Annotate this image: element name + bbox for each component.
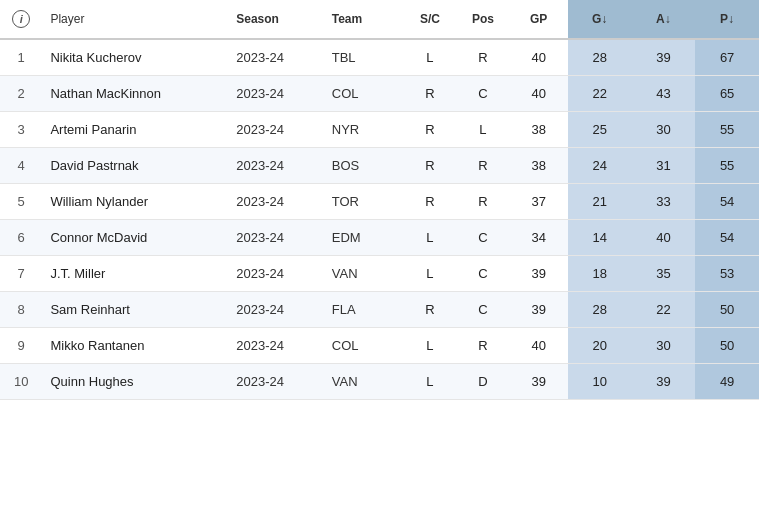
cell-player: J.T. Miller — [42, 256, 228, 292]
cell-sc: R — [403, 184, 456, 220]
cell-team: NYR — [324, 112, 404, 148]
cell-a: 43 — [632, 76, 696, 112]
table-row: 7 J.T. Miller 2023-24 VAN L C 39 18 35 5… — [0, 256, 759, 292]
cell-sc: R — [403, 112, 456, 148]
header-rank: i — [0, 0, 42, 39]
cell-season: 2023-24 — [228, 256, 324, 292]
table-row: 4 David Pastrnak 2023-24 BOS R R 38 24 3… — [0, 148, 759, 184]
cell-sc: R — [403, 292, 456, 328]
cell-rank: 6 — [0, 220, 42, 256]
cell-season: 2023-24 — [228, 220, 324, 256]
cell-g: 24 — [568, 148, 632, 184]
cell-gp: 38 — [509, 148, 567, 184]
cell-sc: L — [403, 256, 456, 292]
cell-sc: L — [403, 220, 456, 256]
cell-gp: 39 — [509, 292, 567, 328]
table-row: 3 Artemi Panarin 2023-24 NYR R L 38 25 3… — [0, 112, 759, 148]
header-g[interactable]: G↓ — [568, 0, 632, 39]
cell-gp: 37 — [509, 184, 567, 220]
header-a[interactable]: A↓ — [632, 0, 696, 39]
cell-pos: C — [456, 256, 509, 292]
cell-team: BOS — [324, 148, 404, 184]
cell-player: Connor McDavid — [42, 220, 228, 256]
cell-team: TOR — [324, 184, 404, 220]
cell-g: 18 — [568, 256, 632, 292]
cell-g: 10 — [568, 364, 632, 400]
cell-p: 53 — [695, 256, 759, 292]
table-row: 10 Quinn Hughes 2023-24 VAN L D 39 10 39… — [0, 364, 759, 400]
cell-g: 22 — [568, 76, 632, 112]
cell-pos: R — [456, 148, 509, 184]
cell-p: 55 — [695, 148, 759, 184]
cell-pos: C — [456, 76, 509, 112]
cell-season: 2023-24 — [228, 39, 324, 76]
cell-season: 2023-24 — [228, 76, 324, 112]
table-row: 1 Nikita Kucherov 2023-24 TBL L R 40 28 … — [0, 39, 759, 76]
cell-pos: C — [456, 220, 509, 256]
cell-sc: R — [403, 148, 456, 184]
cell-a: 40 — [632, 220, 696, 256]
cell-pos: L — [456, 112, 509, 148]
cell-rank: 5 — [0, 184, 42, 220]
cell-p: 50 — [695, 328, 759, 364]
cell-rank: 2 — [0, 76, 42, 112]
cell-player: Artemi Panarin — [42, 112, 228, 148]
header-pos: Pos — [456, 0, 509, 39]
cell-player: William Nylander — [42, 184, 228, 220]
cell-team: TBL — [324, 39, 404, 76]
cell-player: David Pastrnak — [42, 148, 228, 184]
cell-rank: 8 — [0, 292, 42, 328]
info-icon[interactable]: i — [12, 10, 30, 28]
cell-gp: 40 — [509, 39, 567, 76]
cell-g: 25 — [568, 112, 632, 148]
cell-season: 2023-24 — [228, 112, 324, 148]
table-row: 8 Sam Reinhart 2023-24 FLA R C 39 28 22 … — [0, 292, 759, 328]
cell-sc: L — [403, 328, 456, 364]
cell-pos: C — [456, 292, 509, 328]
cell-player: Mikko Rantanen — [42, 328, 228, 364]
table-body: 1 Nikita Kucherov 2023-24 TBL L R 40 28 … — [0, 39, 759, 400]
cell-a: 30 — [632, 328, 696, 364]
cell-p: 67 — [695, 39, 759, 76]
cell-gp: 39 — [509, 364, 567, 400]
cell-p: 55 — [695, 112, 759, 148]
cell-player: Quinn Hughes — [42, 364, 228, 400]
cell-g: 28 — [568, 292, 632, 328]
cell-player: Nikita Kucherov — [42, 39, 228, 76]
table-row: 6 Connor McDavid 2023-24 EDM L C 34 14 4… — [0, 220, 759, 256]
header-sc: S/C — [403, 0, 456, 39]
cell-gp: 38 — [509, 112, 567, 148]
cell-team: EDM — [324, 220, 404, 256]
cell-sc: R — [403, 76, 456, 112]
cell-p: 49 — [695, 364, 759, 400]
stats-table-container: i Player Season Team S/C Pos GP G↓ A↓ P↓… — [0, 0, 759, 400]
table-row: 9 Mikko Rantanen 2023-24 COL L R 40 20 3… — [0, 328, 759, 364]
header-player: Player — [42, 0, 228, 39]
table-header-row: i Player Season Team S/C Pos GP G↓ A↓ P↓ — [0, 0, 759, 39]
header-p[interactable]: P↓ — [695, 0, 759, 39]
cell-pos: R — [456, 328, 509, 364]
table-row: 2 Nathan MacKinnon 2023-24 COL R C 40 22… — [0, 76, 759, 112]
cell-team: COL — [324, 328, 404, 364]
header-team: Team — [324, 0, 404, 39]
table-row: 5 William Nylander 2023-24 TOR R R 37 21… — [0, 184, 759, 220]
cell-sc: L — [403, 39, 456, 76]
cell-gp: 40 — [509, 76, 567, 112]
cell-gp: 34 — [509, 220, 567, 256]
cell-pos: D — [456, 364, 509, 400]
cell-g: 20 — [568, 328, 632, 364]
cell-season: 2023-24 — [228, 184, 324, 220]
cell-g: 28 — [568, 39, 632, 76]
cell-rank: 7 — [0, 256, 42, 292]
cell-a: 30 — [632, 112, 696, 148]
cell-p: 54 — [695, 184, 759, 220]
cell-a: 39 — [632, 364, 696, 400]
cell-team: COL — [324, 76, 404, 112]
cell-season: 2023-24 — [228, 364, 324, 400]
cell-sc: L — [403, 364, 456, 400]
cell-pos: R — [456, 184, 509, 220]
cell-rank: 10 — [0, 364, 42, 400]
cell-a: 31 — [632, 148, 696, 184]
cell-a: 33 — [632, 184, 696, 220]
cell-p: 65 — [695, 76, 759, 112]
